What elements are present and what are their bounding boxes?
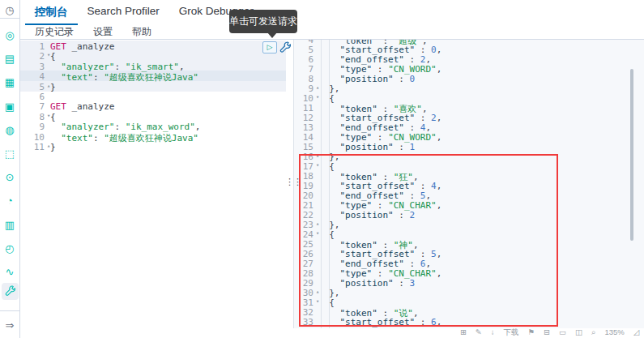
code-line: 10▾ { <box>294 93 644 103</box>
sidebar-item-canvas[interactable]: ▣ <box>0 98 19 116</box>
code-line: 22 "position" : 2 <box>294 210 644 220</box>
sidebar-item-maps[interactable]: ◍ <box>0 122 19 139</box>
sidebar-item-apm[interactable]: ◴ <box>0 240 19 258</box>
console-menu: 历史记录设置帮助 <box>25 24 161 41</box>
sidebar-item-dev-tools[interactable] <box>2 283 19 300</box>
search-icon[interactable]: ⌕ <box>591 327 595 338</box>
tab-bar: 控制台Search ProfilerGrok Debugger <box>25 2 263 25</box>
line-number: 2 <box>20 51 45 62</box>
code-line: 6 "end_offset" : 2, <box>294 54 644 64</box>
code-line: 16▴ }, <box>294 152 644 161</box>
sidebar-item-logs[interactable]: ▥ <box>0 216 19 234</box>
resize-icon[interactable]: ◿ <box>633 327 639 338</box>
zoom-level[interactable]: 135% <box>604 327 624 338</box>
sidebar-divider <box>0 18 19 19</box>
line-number: 3 <box>20 62 45 72</box>
code-line: 27 "end_offset" : 6, <box>294 259 644 268</box>
code-line: 2▾{ <box>20 51 286 61</box>
sidebar-item-dashboard[interactable]: ▦ <box>0 74 19 92</box>
response-viewer[interactable]: 4 "token" : "超级",5 "start_offset" : 0,6 … <box>293 40 644 328</box>
pen-icon[interactable]: ✎ <box>476 327 482 338</box>
code-line: 30▴ }, <box>294 288 644 297</box>
line-number: 8 <box>20 112 45 122</box>
download-label[interactable]: 下载 <box>504 327 519 338</box>
request-options-wrench-icon[interactable] <box>279 41 292 53</box>
menu-item[interactable]: 设置 <box>83 24 122 41</box>
code-line: 9▴ }, <box>294 83 644 93</box>
code-line: 24▾ { <box>294 229 644 239</box>
code-line: 15 "position" : 1 <box>294 142 644 152</box>
code-line: 8 "position" : 0 <box>294 74 644 83</box>
code-line: 33 "start_offset" : 6, <box>294 317 644 327</box>
sidebar-item-metrics[interactable]: ◔ <box>0 192 19 210</box>
collapse-nav-icon[interactable]: ⇒ <box>0 317 19 335</box>
code-line: 26 "start_offset" : 5, <box>294 249 644 259</box>
code-line: 7 "type" : "CN_WORD", <box>294 64 644 74</box>
code-line: 13 "end_offset" : 4, <box>294 122 644 132</box>
code-line: 12 "start_offset" : 2, <box>294 113 644 122</box>
code-line: 10 "text": "超级喜欢狂神说Java" <box>20 132 286 142</box>
send-request-tooltip: 单击可发送请求 <box>229 10 297 33</box>
code-line: 19 "start_offset" : 4, <box>294 181 644 190</box>
code-line: 20 "end_offset" : 5, <box>294 190 644 200</box>
frame-icon[interactable]: ⊞ <box>460 327 467 338</box>
tab-search-profiler[interactable]: Search Profiler <box>78 2 169 25</box>
code-line: 5 "start_offset" : 0, <box>294 45 644 54</box>
wrench-icon <box>5 285 15 299</box>
screenshot-toolbar-items: ⊞✎↓下载⚑⊟▭◫⌕135%◿ <box>460 327 639 338</box>
send-request-button[interactable]: ▷ <box>262 41 277 53</box>
screenshot-toolbar: ⊞✎↓下载⚑⊟▭◫⌕135%◿ <box>20 328 644 338</box>
window-icon[interactable]: ◫ <box>575 327 582 338</box>
sidebar-item-visualize[interactable]: ▤ <box>0 50 19 68</box>
line-number: 6 <box>20 92 45 102</box>
code-text: "analyzer": "ik_smart", <box>50 62 185 72</box>
code-line: 28 "type" : "CN_CHAR", <box>294 268 644 278</box>
code-line: 8▾{ <box>20 112 286 122</box>
line-number: 4 <box>20 71 45 82</box>
rect-icon[interactable]: ▭ <box>559 327 566 338</box>
code-line: 1GET _analyze <box>20 41 286 51</box>
request-editor[interactable]: 1GET _analyze2▾{3 "analyzer": "ik_smart"… <box>20 40 286 338</box>
code-line: 4 "text": "超级喜欢狂神说Java" <box>20 71 286 81</box>
flag-icon[interactable]: ⚑ <box>528 327 535 338</box>
code-line: 14 "type" : "CN_WORD", <box>294 132 644 142</box>
code-line: 6 <box>20 92 286 101</box>
code-line: 11▴} <box>20 142 286 152</box>
sidebar-item-discover[interactable]: ◎ <box>0 27 19 45</box>
code-line: 25 "token" : "神", <box>294 239 644 249</box>
tooltip-arrow <box>267 32 277 38</box>
code-text: { <box>50 112 56 122</box>
line-number: 11 <box>20 142 45 152</box>
sidebar-divider-bottom <box>0 310 19 311</box>
code-line: 11 "token" : "喜欢", <box>294 103 644 113</box>
code-text: GET _analyze <box>50 41 114 52</box>
pane-splitter-handle[interactable]: ⋮⋮ <box>285 179 291 197</box>
code-line: 29 "position" : 3 <box>294 278 644 288</box>
code-line: 17▾ { <box>294 161 644 171</box>
code-text: } <box>50 82 56 92</box>
menu-item[interactable]: 帮助 <box>122 24 161 41</box>
code-text: "analyzer": "ik_max_word", <box>50 122 200 132</box>
code-line: 32 "token" : "说", <box>294 307 644 317</box>
kibana-console-page: { "header": { "tabs": [ {"label": "控制台",… <box>0 0 644 338</box>
line-number: 7 <box>20 101 45 112</box>
collapse-frame-icon[interactable]: ⊟ <box>544 327 550 338</box>
sidebar-item-machine-learning[interactable]: ⬚ <box>0 145 19 163</box>
line-number: 9 <box>20 122 45 132</box>
code-text: } <box>50 142 56 152</box>
app-sidebar: ◷ ⇒ ◎▤▦▣◍⬚⊙◔▥◴∿ <box>0 0 20 338</box>
code-line: 31▾ { <box>294 297 644 307</box>
tab-控制台[interactable]: 控制台 <box>25 2 78 25</box>
sidebar-item-uptime[interactable]: ⊙ <box>0 169 19 186</box>
code-line: 21 "type" : "CN_CHAR", <box>294 200 644 210</box>
sidebar-item-siem[interactable]: ∿ <box>0 263 19 281</box>
code-line: 9 "analyzer": "ik_max_word", <box>20 122 286 131</box>
menu-item[interactable]: 历史记录 <box>25 24 83 41</box>
download-arrow-icon[interactable]: ↓ <box>491 327 495 338</box>
console-header: 控制台Search ProfilerGrok Debugger 历史记录设置帮助 <box>20 0 644 40</box>
code-line: 3 "analyzer": "ik_smart", <box>20 62 286 71</box>
line-number: 10 <box>20 132 45 143</box>
code-text: GET _analyze <box>50 101 114 112</box>
recent-clock-icon[interactable]: ◷ <box>0 2 19 19</box>
response-scrollbar[interactable] <box>630 69 633 241</box>
